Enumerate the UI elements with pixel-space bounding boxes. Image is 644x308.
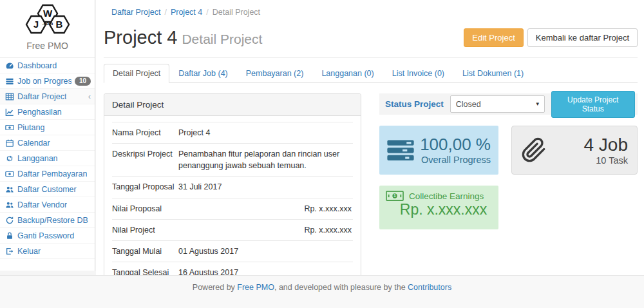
row-value: 31 Juli 2017 xyxy=(178,177,353,198)
contributors-link[interactable]: Contributors xyxy=(408,283,451,292)
svg-text:B: B xyxy=(55,19,62,30)
tab-langganan[interactable]: Langganan (0) xyxy=(312,64,383,83)
calendar-icon xyxy=(5,138,14,148)
edit-project-button[interactable]: Edit Project xyxy=(464,28,523,47)
list-icon xyxy=(5,76,14,86)
tab-bar: Detail Project Daftar Job (4) Pembayaran… xyxy=(104,64,638,83)
tasks-icon xyxy=(387,140,414,161)
retweet-icon xyxy=(5,153,14,163)
update-status-button[interactable]: Update Project Status xyxy=(551,91,635,118)
table-icon xyxy=(5,91,14,101)
jwb-logo-icon: W J B .com xyxy=(18,4,77,36)
progress-value: 100,00 % xyxy=(414,135,491,155)
status-select[interactable]: Closed xyxy=(450,95,545,113)
status-project-bar: Status Project Closed ▼ Update Project S… xyxy=(379,93,638,115)
progress-label: Overall Progress xyxy=(414,155,491,165)
sidebar-item-daftar-project[interactable]: Daftar Project ‹ xyxy=(0,89,95,104)
sidebar-item-label: Daftar Vendor xyxy=(17,200,67,209)
tab-detail-project[interactable]: Detail Project xyxy=(104,64,169,83)
back-to-list-button[interactable]: Kembali ke daftar Project xyxy=(527,28,638,47)
status-project-label: Status Project xyxy=(385,99,444,109)
page-header: Project 4Detail Project Edit Project Kem… xyxy=(104,27,638,48)
status-select-wrap: Closed ▼ xyxy=(450,95,545,113)
table-row: Nilai Project Rp. x.xxx.xxx xyxy=(112,219,353,240)
tab-pembayaran[interactable]: Pembayaran (2) xyxy=(237,64,313,83)
sign-out-icon xyxy=(5,246,14,256)
earnings-label: Collectibe Earnings xyxy=(409,191,484,201)
row-value: Rp. x.xxx.xxx xyxy=(178,198,353,219)
page-subtitle: Detail Project xyxy=(182,32,262,46)
sidebar: W J B .com Free PMO Dashboard Job on Pro… xyxy=(0,0,95,271)
brand-logo[interactable]: W J B .com xyxy=(0,0,95,38)
sidebar-item-label: Daftar Pembayaran xyxy=(17,169,87,178)
users-icon xyxy=(5,200,14,209)
row-label: Deskripsi Project xyxy=(112,144,178,177)
earnings-value: Rp. x.xxx.xxx xyxy=(386,201,492,219)
lock-icon xyxy=(5,231,14,240)
header-actions: Edit Project Kembali ke daftar Project xyxy=(464,28,638,47)
sidebar-item-ganti-password[interactable]: Ganti Password xyxy=(0,228,95,244)
sidebar-nav: Dashboard Job on Progress 10 Daftar Proj… xyxy=(0,58,95,259)
refresh-icon xyxy=(5,215,14,225)
sidebar-item-calendar[interactable]: Calendar xyxy=(0,135,95,151)
sidebar-item-label: Ganti Password xyxy=(17,231,74,240)
users-icon xyxy=(5,184,14,194)
line-chart-icon xyxy=(5,107,14,117)
job-count-card: 4 Job 10 Task xyxy=(511,126,638,175)
sidebar-item-penghasilan[interactable]: Penghasilan xyxy=(0,104,95,120)
sidebar-item-daftar-customer[interactable]: Daftar Customer xyxy=(0,182,95,197)
footer-text-middle: , and developed with pleasure by the xyxy=(274,283,408,292)
money-icon xyxy=(5,122,14,132)
job-count-value: 4 Job xyxy=(547,135,628,155)
breadcrumb-separator: / xyxy=(160,8,170,17)
page-title: Project 4Detail Project xyxy=(104,27,262,48)
sidebar-item-langganan[interactable]: Langganan xyxy=(0,151,95,166)
svg-text:J: J xyxy=(33,19,38,30)
sidebar-item-label: Dashboard xyxy=(17,61,57,70)
banknote-icon: 1 xyxy=(386,191,404,201)
footer: Powered by Free PMO, and developed with … xyxy=(0,275,644,308)
sidebar-item-label: Backup/Restore DB xyxy=(17,216,88,225)
sidebar-item-backup-restore[interactable]: Backup/Restore DB xyxy=(0,213,95,228)
table-row: Deskripsi Project Penambahan fitur pelap… xyxy=(112,144,353,177)
table-row: Nilai Proposal Rp. x.xxx.xxx xyxy=(112,198,353,219)
svg-text:W: W xyxy=(43,8,52,19)
breadcrumb-daftar-project[interactable]: Daftar Project xyxy=(111,8,160,17)
tab-daftar-job[interactable]: Daftar Job (4) xyxy=(169,64,236,83)
free-pmo-link[interactable]: Free PMO xyxy=(237,283,274,292)
sidebar-item-dashboard[interactable]: Dashboard xyxy=(0,58,95,73)
task-count-label: 10 Task xyxy=(547,155,628,166)
sidebar-item-daftar-pembayaran[interactable]: Daftar Pembayaran xyxy=(0,166,95,182)
sidebar-item-label: Langganan xyxy=(17,154,58,163)
panel-title: Detail Project xyxy=(104,94,361,116)
table-row: Tanggal Proposal 31 Juli 2017 xyxy=(112,177,353,198)
sidebar-item-label: Job on Progress xyxy=(17,77,71,86)
row-value: Penambahan fitur pelaporan dan rincian u… xyxy=(178,144,353,177)
sidebar-item-daftar-vendor[interactable]: Daftar Vendor xyxy=(0,197,95,213)
header-divider xyxy=(104,57,638,58)
tab-list-invoice[interactable]: List Invoice (0) xyxy=(383,64,453,83)
row-label: Nilai Proposal xyxy=(112,198,178,219)
sidebar-item-label: Daftar Project xyxy=(17,92,66,101)
sidebar-item-label: Calendar xyxy=(17,139,50,148)
svg-text:.com: .com xyxy=(42,21,52,26)
breadcrumb: Daftar Project/Project 4/Detail Project xyxy=(104,8,638,17)
row-value: Rp. x.xxx.xxx xyxy=(178,219,353,240)
row-label: Nama Project xyxy=(112,122,178,144)
breadcrumb-project-4[interactable]: Project 4 xyxy=(171,8,202,17)
sidebar-item-keluar[interactable]: Keluar xyxy=(0,244,95,259)
svg-text:1: 1 xyxy=(393,193,396,198)
sidebar-item-job-on-progress[interactable]: Job on Progress 10 xyxy=(0,73,95,89)
overall-progress-card: 100,00 % Overall Progress xyxy=(379,126,498,175)
job-count-badge: 10 xyxy=(75,77,91,86)
dashboard-icon xyxy=(5,61,14,70)
breadcrumb-separator: / xyxy=(202,8,212,17)
chevron-left-icon: ‹ xyxy=(88,92,91,101)
table-row: Nama Project Project 4 xyxy=(112,122,353,144)
sidebar-item-label: Penghasilan xyxy=(17,108,62,117)
row-value: 01 Agustus 2017 xyxy=(178,240,353,262)
sidebar-item-piutang[interactable]: Piutang xyxy=(0,120,95,135)
money-icon xyxy=(5,169,14,178)
tab-list-dokumen[interactable]: List Dokumen (1) xyxy=(453,64,533,83)
sidebar-item-label: Daftar Customer xyxy=(17,185,77,194)
